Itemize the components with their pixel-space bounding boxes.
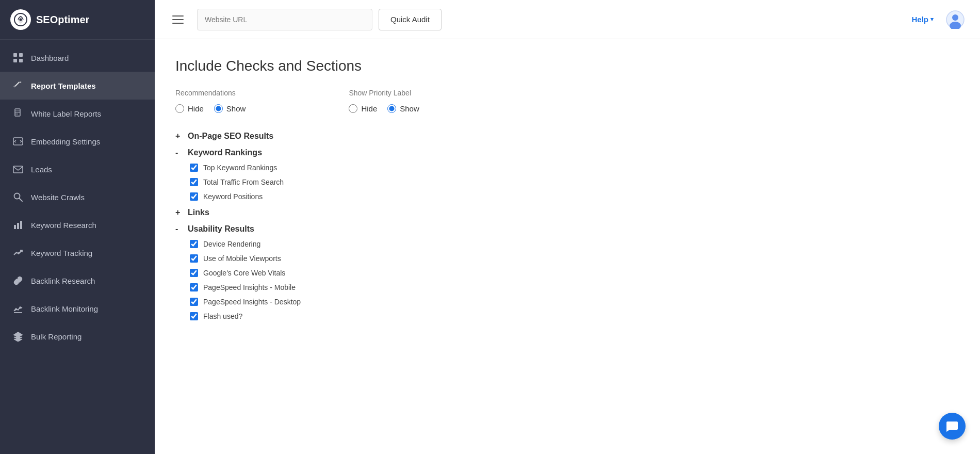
- total-traffic-checkbox[interactable]: [190, 178, 198, 186]
- check-device-rendering[interactable]: Device Rendering: [175, 237, 959, 251]
- main-area: Quick Audit Help ▾ Include Checks and Se…: [155, 0, 980, 454]
- embed-icon: [12, 136, 24, 147]
- on-page-seo-toggle[interactable]: + On-Page SEO Results: [175, 127, 959, 144]
- svg-point-17: [952, 14, 958, 21]
- sidebar-item-label: Bulk Reporting: [31, 332, 81, 341]
- priority-hide-radio[interactable]: [349, 104, 357, 113]
- recommendations-radio-group: Hide Show: [175, 104, 246, 113]
- show-label-2: Show: [400, 104, 419, 113]
- check-core-web-vitals[interactable]: Google's Core Web Vitals: [175, 266, 959, 280]
- svg-rect-3: [19, 53, 23, 57]
- sidebar-item-label: Backlink Monitoring: [31, 304, 98, 313]
- check-keyword-positions[interactable]: Keyword Positions: [175, 189, 959, 204]
- sidebar-item-keyword-tracking[interactable]: Keyword Tracking: [0, 239, 155, 267]
- sidebar-item-backlink-research[interactable]: Backlink Research: [0, 267, 155, 295]
- svg-line-10: [20, 199, 23, 202]
- links-label: Links: [188, 208, 209, 217]
- bar-chart-icon: [12, 219, 24, 231]
- hide-label-2: Hide: [361, 104, 377, 113]
- priority-show-option[interactable]: Show: [387, 104, 419, 113]
- svg-point-1: [20, 19, 22, 21]
- recommendations-show-radio[interactable]: [214, 104, 223, 113]
- links-toggle[interactable]: + Links: [175, 204, 959, 220]
- show-priority-label: Show Priority Label: [349, 89, 419, 97]
- core-web-vitals-checkbox[interactable]: [190, 269, 198, 277]
- show-label: Show: [226, 104, 246, 113]
- mobile-viewports-checkbox[interactable]: [190, 254, 198, 263]
- check-pagespeed-desktop[interactable]: PageSpeed Insights - Desktop: [175, 295, 959, 309]
- core-web-vitals-label: Google's Core Web Vitals: [203, 269, 285, 277]
- keyword-rankings-toggle[interactable]: - Keyword Rankings: [175, 144, 959, 160]
- device-rendering-checkbox[interactable]: [190, 240, 198, 248]
- sidebar-nav: Dashboard Report Templates White Label R…: [0, 40, 155, 454]
- toggle-symbol-links: +: [175, 208, 184, 217]
- pagespeed-desktop-label: PageSpeed Insights - Desktop: [203, 298, 301, 306]
- sidebar-item-website-crawls[interactable]: Website Crawls: [0, 183, 155, 211]
- recommendations-hide-option[interactable]: Hide: [175, 104, 204, 113]
- recommendations-hide-radio[interactable]: [175, 104, 184, 113]
- chat-fab-button[interactable]: [939, 413, 966, 440]
- sidebar-logo: SEOptimer: [0, 0, 155, 40]
- mobile-viewports-label: Use of Mobile Viewports: [203, 254, 281, 263]
- layers-icon: [12, 331, 24, 342]
- sidebar-item-dashboard[interactable]: Dashboard: [0, 44, 155, 72]
- top-keyword-rankings-label: Top Keyword Rankings: [203, 164, 277, 172]
- priority-hide-option[interactable]: Hide: [349, 104, 377, 113]
- total-traffic-label: Total Traffic From Search: [203, 178, 284, 186]
- check-pagespeed-mobile[interactable]: PageSpeed Insights - Mobile: [175, 280, 959, 295]
- priority-label-group: Show Priority Label Hide Show: [349, 89, 419, 113]
- logo-text: SEOptimer: [36, 14, 89, 26]
- logo-icon: [10, 9, 31, 30]
- pagespeed-desktop-checkbox[interactable]: [190, 298, 198, 306]
- edit-icon: [12, 80, 24, 91]
- mail-icon: [12, 164, 24, 175]
- user-avatar-button[interactable]: [945, 9, 966, 30]
- trending-icon: [12, 247, 24, 258]
- search-icon: [12, 191, 24, 203]
- sidebar-item-white-label-reports[interactable]: White Label Reports: [0, 100, 155, 127]
- url-input[interactable]: [197, 9, 372, 30]
- svg-rect-4: [13, 59, 17, 62]
- keyword-positions-checkbox[interactable]: [190, 192, 198, 201]
- sidebar-item-label: Website Crawls: [31, 193, 85, 202]
- svg-rect-12: [17, 223, 19, 229]
- check-flash-used[interactable]: Flash used?: [175, 309, 959, 323]
- chart-line-icon: [12, 303, 24, 314]
- sidebar-item-label: White Label Reports: [31, 109, 101, 118]
- hamburger-button[interactable]: [169, 12, 187, 27]
- pagespeed-mobile-checkbox[interactable]: [190, 283, 198, 291]
- recommendations-label: Recommendations: [175, 89, 246, 97]
- sidebar-item-label: Dashboard: [31, 54, 69, 62]
- recommendations-show-option[interactable]: Show: [214, 104, 246, 113]
- device-rendering-label: Device Rendering: [203, 240, 260, 248]
- usability-results-label: Usability Results: [188, 224, 254, 234]
- user-avatar-icon: [946, 10, 965, 29]
- sidebar-item-backlink-monitoring[interactable]: Backlink Monitoring: [0, 295, 155, 322]
- priority-show-radio[interactable]: [387, 104, 396, 113]
- page-title: Include Checks and Sections: [175, 58, 959, 74]
- check-top-keyword-rankings[interactable]: Top Keyword Rankings: [175, 160, 959, 175]
- hide-label: Hide: [188, 104, 204, 113]
- sidebar-item-leads[interactable]: Leads: [0, 155, 155, 183]
- usability-results-toggle[interactable]: - Usability Results: [175, 220, 959, 237]
- help-button[interactable]: Help ▾: [911, 15, 934, 24]
- toggle-symbol-keyword-rankings: -: [175, 148, 184, 157]
- check-total-traffic[interactable]: Total Traffic From Search: [175, 175, 959, 189]
- sidebar-item-embedding-settings[interactable]: Embedding Settings: [0, 127, 155, 155]
- link-icon: [12, 275, 24, 286]
- sidebar-item-keyword-research[interactable]: Keyword Research: [0, 211, 155, 239]
- sidebar-item-bulk-reporting[interactable]: Bulk Reporting: [0, 322, 155, 350]
- flash-used-checkbox[interactable]: [190, 312, 198, 320]
- top-keyword-rankings-checkbox[interactable]: [190, 164, 198, 172]
- svg-rect-11: [14, 225, 16, 229]
- quick-audit-button[interactable]: Quick Audit: [379, 9, 442, 30]
- file-icon: [12, 108, 24, 119]
- sidebar-item-report-templates[interactable]: Report Templates: [0, 72, 155, 100]
- check-mobile-viewports[interactable]: Use of Mobile Viewports: [175, 251, 959, 266]
- svg-marker-15: [14, 332, 22, 337]
- flash-used-label: Flash used?: [203, 312, 242, 320]
- sidebar-item-label: Embedding Settings: [31, 137, 100, 146]
- main-content: Include Checks and Sections Recommendati…: [155, 39, 980, 454]
- sidebar-item-label: Backlink Research: [31, 277, 95, 285]
- recommendations-group: Recommendations Hide Show: [175, 89, 246, 113]
